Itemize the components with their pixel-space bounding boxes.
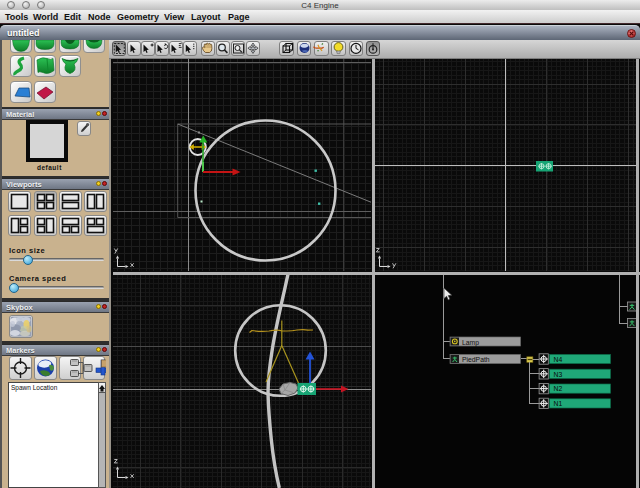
svg-text:N1: N1 <box>554 400 563 407</box>
svg-text:N3: N3 <box>554 371 563 378</box>
svg-text:N2: N2 <box>554 385 563 392</box>
svg-text:PiedPath: PiedPath <box>462 356 490 363</box>
svg-text:N4: N4 <box>554 356 563 363</box>
svg-text:Lamp: Lamp <box>462 339 479 347</box>
